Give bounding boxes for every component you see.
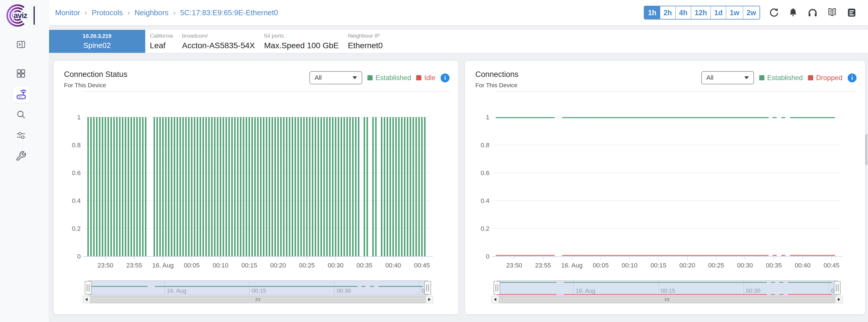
time-range-2w[interactable]: 2w xyxy=(743,6,760,19)
sidebar-item-policies[interactable] xyxy=(12,127,29,144)
device-selector[interactable]: 10.20.3.219 Spine02 xyxy=(49,30,145,53)
docs-book-icon xyxy=(826,7,838,19)
device-field-value: Accton-AS5835-54X xyxy=(182,41,255,50)
sidebar-collapse-button[interactable] xyxy=(12,36,29,53)
svg-text:0.6: 0.6 xyxy=(480,169,489,176)
logs-button[interactable] xyxy=(846,7,858,19)
svg-text:16. Aug: 16. Aug xyxy=(576,288,595,294)
breadcrumb-monitor[interactable]: Monitor xyxy=(55,8,80,17)
connections-card: Connections For This Device All Establis… xyxy=(465,61,865,314)
status-filter-dropdown[interactable]: All xyxy=(309,71,362,85)
chart-subtitle: For This Device xyxy=(475,82,518,89)
connections-chart[interactable]: 00.20.40.60.8123:5023:5516. Aug00:0500:1… xyxy=(465,61,865,314)
device-field-label: 54 ports xyxy=(264,33,339,39)
svg-text:00:35: 00:35 xyxy=(766,262,782,269)
device-field-role: California Leaf xyxy=(150,33,173,50)
legend-swatch-established xyxy=(759,75,764,80)
time-range-1d[interactable]: 1d xyxy=(710,6,726,19)
breadcrumb-neighbors[interactable]: Neighbors xyxy=(134,8,168,17)
notifications-button[interactable] xyxy=(787,7,799,19)
device-field-value: Max.Speed 100 GbE xyxy=(264,41,339,50)
breadcrumb-protocols[interactable]: Protocols xyxy=(92,8,123,17)
aviz-logo[interactable]: aviz xyxy=(4,2,38,30)
svg-text:00:10: 00:10 xyxy=(213,262,228,269)
svg-text:0.2: 0.2 xyxy=(480,225,489,232)
device-summary-bar: 10.20.3.219 Spine02 California Leaf broa… xyxy=(49,30,868,53)
legend-dropped[interactable]: Dropped xyxy=(808,74,842,82)
svg-text:0.8: 0.8 xyxy=(480,141,489,149)
svg-text:0.8: 0.8 xyxy=(72,141,81,149)
legend-label: Idle xyxy=(424,74,435,82)
time-range-12h[interactable]: 12h xyxy=(691,6,710,19)
sidebar-item-search[interactable] xyxy=(12,106,29,123)
breadcrumb-separator: › xyxy=(127,8,130,17)
chart-title-block: Connection Status For This Device xyxy=(64,70,127,89)
device-ip: 10.20.3.219 xyxy=(83,33,112,39)
legend-established[interactable]: Established xyxy=(367,74,411,82)
connection-status-card: Connection Status For This Device All Es… xyxy=(54,61,458,314)
info-icon[interactable]: i xyxy=(441,73,450,83)
connection-status-chart[interactable]: 00.20.40.60.8123:5023:5516. Aug00:0500:1… xyxy=(54,61,458,314)
device-field-value: Leaf xyxy=(150,41,173,50)
filter-sliders-icon xyxy=(15,130,27,141)
breadcrumb-separator: › xyxy=(173,8,176,17)
legend-label: Dropped xyxy=(816,74,842,82)
chart-title-block: Connections For This Device xyxy=(475,70,518,89)
docs-button[interactable] xyxy=(826,7,838,19)
support-button[interactable] xyxy=(807,7,818,19)
logo-divider-bar xyxy=(34,6,35,25)
svg-text:00:40: 00:40 xyxy=(795,262,811,269)
logo-wordmark: aviz xyxy=(13,11,27,20)
svg-text:0.2: 0.2 xyxy=(72,225,81,232)
time-range-1h[interactable]: 1h xyxy=(644,6,660,19)
chevron-down-icon xyxy=(744,76,749,79)
device-field-label: broadcom/ xyxy=(182,33,255,39)
support-headphones-icon xyxy=(807,7,818,19)
chevron-down-icon xyxy=(352,76,357,79)
svg-text:00:30: 00:30 xyxy=(737,262,753,269)
breadcrumb-separator: › xyxy=(85,8,87,17)
notifications-bell-icon xyxy=(787,7,799,19)
collapse-panel-icon xyxy=(15,39,27,50)
svg-text:0.4: 0.4 xyxy=(72,197,81,204)
svg-text:0.4: 0.4 xyxy=(480,197,489,204)
svg-text:00:25: 00:25 xyxy=(708,262,724,269)
time-range-group: 1h 2h 4h 12h 1d 1w 2w xyxy=(644,6,760,20)
svg-text:00:30: 00:30 xyxy=(328,262,344,269)
svg-text:00:45: 00:45 xyxy=(824,262,839,269)
breadcrumb-current-neighbor[interactable]: 5C:17:83:E9:65:9E-Ethernet0 xyxy=(180,8,278,17)
device-field-value: Ethernet0 xyxy=(348,41,383,50)
connections-filter-dropdown[interactable]: All xyxy=(701,71,754,85)
network-device-icon xyxy=(15,88,28,101)
legend-idle[interactable]: Idle xyxy=(416,74,435,82)
svg-text:00:30: 00:30 xyxy=(746,288,761,294)
svg-text:0.6: 0.6 xyxy=(72,169,81,176)
sidebar-item-tools[interactable] xyxy=(12,148,29,164)
time-range-2h[interactable]: 2h xyxy=(660,6,675,19)
sidebar-item-network-devices[interactable] xyxy=(12,86,30,103)
svg-text:00:40: 00:40 xyxy=(385,262,401,269)
device-field-platform: broadcom/ Accton-AS5835-54X xyxy=(182,33,255,50)
time-range-4h[interactable]: 4h xyxy=(675,6,691,19)
svg-text:00:25: 00:25 xyxy=(299,262,315,269)
svg-text:00:15: 00:15 xyxy=(252,288,266,294)
legend-established[interactable]: Established xyxy=(759,74,803,82)
svg-text:00:15: 00:15 xyxy=(650,262,666,269)
refresh-icon xyxy=(768,7,779,19)
time-range-1w[interactable]: 1w xyxy=(726,6,743,19)
page-scrollbar[interactable] xyxy=(865,134,867,165)
svg-text:1: 1 xyxy=(77,114,81,121)
sidebar-item-dashboard[interactable] xyxy=(12,65,29,82)
refresh-button[interactable] xyxy=(768,7,780,19)
breadcrumb: Monitor › Protocols › Neighbors › 5C:17:… xyxy=(55,8,278,17)
wrench-icon xyxy=(16,151,26,162)
legend-swatch-dropped xyxy=(808,75,813,80)
svg-text:00:45: 00:45 xyxy=(414,262,430,269)
dashboard-grid-icon xyxy=(15,68,27,79)
svg-text:23:55: 23:55 xyxy=(126,262,142,269)
svg-text:16. Aug: 16. Aug xyxy=(152,262,174,269)
svg-text:00:05: 00:05 xyxy=(184,262,199,269)
info-icon[interactable]: i xyxy=(848,73,857,83)
svg-text:16. Aug: 16. Aug xyxy=(561,262,583,269)
device-field-neighbour-ip: Neighbour IP Ethernet0 xyxy=(348,33,383,50)
